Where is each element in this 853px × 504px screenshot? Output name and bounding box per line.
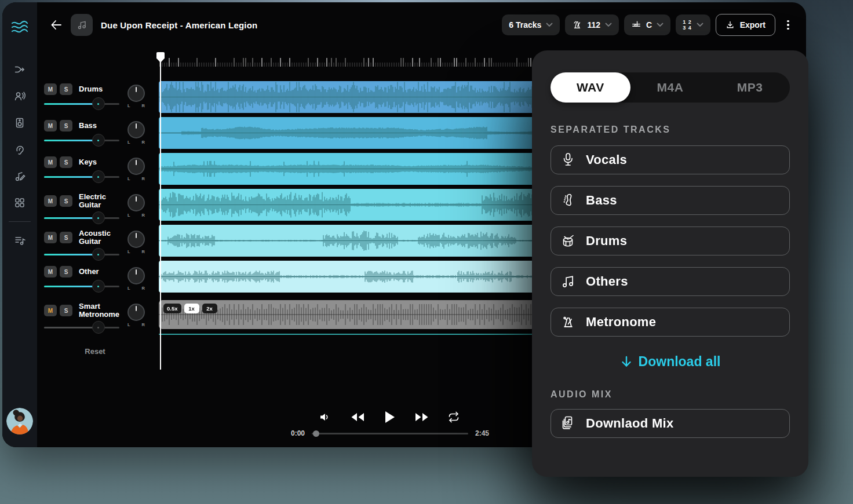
export-panel: WAV M4A MP3 SEPARATED TRACKS Vocals Bass bbox=[532, 50, 808, 477]
download-icon bbox=[726, 20, 735, 30]
total-duration: 2:45 bbox=[475, 429, 489, 437]
mixer-row-keys: M S Keys LR bbox=[44, 156, 146, 193]
solo-button[interactable]: S bbox=[60, 266, 72, 277]
voice-icon[interactable] bbox=[10, 87, 29, 105]
mixer-row-smart-metronome: M S Smart Metronome LR bbox=[44, 302, 146, 339]
solo-button[interactable]: S bbox=[60, 156, 72, 168]
format-tab-wav[interactable]: WAV bbox=[551, 72, 630, 103]
apps-grid-icon[interactable] bbox=[10, 193, 29, 212]
chevron-down-icon bbox=[546, 23, 553, 27]
mixer-row-electric-guitar: M S Electric Guitar LR bbox=[44, 193, 146, 229]
track-name: Keys bbox=[79, 158, 97, 166]
mute-button[interactable]: M bbox=[44, 156, 57, 168]
key-dropdown[interactable]: C bbox=[624, 14, 670, 35]
volume-slider[interactable] bbox=[44, 321, 119, 334]
mute-button[interactable]: M bbox=[44, 305, 57, 316]
format-segmented-control: WAV M4A MP3 bbox=[551, 72, 790, 103]
drum-icon bbox=[559, 233, 577, 249]
pan-knob[interactable]: LR bbox=[126, 231, 146, 254]
microphone-icon bbox=[559, 152, 577, 167]
loop-icon[interactable] bbox=[444, 408, 464, 426]
song-artwork-icon bbox=[71, 14, 93, 36]
track-name: Bass bbox=[79, 122, 97, 130]
split-icon[interactable] bbox=[10, 60, 29, 79]
mute-button[interactable]: M bbox=[44, 120, 57, 132]
download-arrow-icon bbox=[620, 355, 633, 369]
mute-button[interactable]: M bbox=[44, 195, 57, 207]
stem-drums-button[interactable]: Drums bbox=[551, 227, 790, 255]
volume-slider[interactable] bbox=[44, 134, 119, 147]
progress-bar[interactable] bbox=[312, 429, 468, 437]
rewind-button[interactable] bbox=[348, 408, 367, 426]
fast-forward-button[interactable] bbox=[412, 408, 432, 426]
mute-button[interactable]: M bbox=[44, 83, 57, 95]
chevron-down-icon bbox=[657, 23, 664, 27]
stem-metronome-button[interactable]: Metronome bbox=[551, 308, 790, 337]
solo-button[interactable]: S bbox=[60, 83, 72, 95]
track-name: Smart Metronome bbox=[79, 302, 126, 319]
solo-button[interactable]: S bbox=[60, 195, 72, 207]
setlist-icon[interactable] bbox=[10, 231, 29, 250]
timesig-value: 1 23 4 bbox=[683, 19, 692, 31]
volume-slider[interactable] bbox=[44, 280, 119, 293]
track-name: Electric Guitar bbox=[79, 193, 126, 209]
ear-icon[interactable] bbox=[10, 140, 29, 159]
back-button[interactable] bbox=[48, 16, 65, 34]
metronome-icon bbox=[572, 20, 582, 30]
volume-slider[interactable] bbox=[44, 170, 119, 183]
mixer-panel: M S Drums LR M S Bass LR M S Keys bbox=[44, 83, 146, 339]
stem-vocals-button[interactable]: Vocals bbox=[551, 145, 790, 174]
volume-slider[interactable] bbox=[44, 211, 119, 224]
solo-button[interactable]: S bbox=[60, 232, 72, 243]
volume-icon[interactable] bbox=[315, 408, 335, 426]
stem-others-button[interactable]: Others bbox=[551, 267, 790, 296]
volume-slider[interactable] bbox=[44, 248, 119, 261]
track-name: Other bbox=[79, 268, 99, 276]
pan-knob[interactable]: LR bbox=[126, 158, 146, 181]
format-tab-m4a[interactable]: M4A bbox=[630, 72, 710, 103]
transport-controls bbox=[315, 408, 464, 426]
format-tab-mp3[interactable]: MP3 bbox=[710, 72, 790, 103]
stem-bass-button[interactable]: Bass bbox=[551, 186, 790, 215]
speed-2x-button[interactable]: 2x bbox=[202, 304, 217, 313]
pan-knob[interactable]: LR bbox=[126, 121, 146, 145]
chevron-down-icon bbox=[605, 23, 612, 27]
metronome-icon bbox=[559, 315, 577, 330]
reset-button[interactable]: Reset bbox=[44, 347, 146, 356]
stems-list: Vocals Bass Drums bbox=[551, 145, 790, 337]
speed-1x-button[interactable]: 1x bbox=[184, 304, 199, 313]
mute-button[interactable]: M bbox=[44, 232, 57, 243]
pan-knob[interactable]: LR bbox=[126, 267, 146, 291]
solo-button[interactable]: S bbox=[60, 305, 72, 316]
mix-files-icon bbox=[559, 415, 577, 432]
pan-knob[interactable]: LR bbox=[126, 304, 146, 327]
bpm-dropdown[interactable]: 112 bbox=[565, 14, 619, 35]
timesig-dropdown[interactable]: 1 23 4 bbox=[676, 14, 710, 35]
music-notes-icon bbox=[559, 274, 577, 289]
chevron-down-icon bbox=[697, 23, 703, 27]
speed-0-5x-button[interactable]: 0.5x bbox=[163, 304, 181, 313]
mixer-row-acoustic-guitar: M S Acoustic Guitar LR bbox=[44, 229, 146, 266]
progress-row: 0:00 2:45 bbox=[291, 429, 489, 437]
mixer-row-bass: M S Bass LR bbox=[44, 120, 146, 156]
download-all-link[interactable]: Download all bbox=[551, 354, 790, 370]
play-button[interactable] bbox=[380, 408, 399, 426]
download-mix-button[interactable]: Downlaod Mix bbox=[551, 409, 790, 438]
tracks-dropdown[interactable]: 6 Tracks bbox=[502, 14, 560, 35]
track-name: Drums bbox=[79, 85, 103, 93]
user-avatar[interactable] bbox=[6, 408, 33, 434]
more-options-icon[interactable] bbox=[781, 14, 796, 35]
mixer-row-other: M S Other LR bbox=[44, 266, 146, 302]
volume-slider[interactable] bbox=[44, 97, 119, 110]
mute-button[interactable]: M bbox=[44, 266, 57, 277]
amp-icon[interactable] bbox=[10, 114, 29, 132]
audio-mix-header: AUDIO MIX bbox=[551, 389, 790, 400]
pan-knob[interactable]: LR bbox=[126, 85, 146, 108]
pan-knob[interactable]: LR bbox=[126, 194, 146, 218]
export-button[interactable]: Export bbox=[716, 14, 775, 36]
chords-edit-icon[interactable] bbox=[10, 167, 29, 185]
song-title: Due Upon Receipt - American Legion bbox=[101, 20, 257, 30]
solo-button[interactable]: S bbox=[60, 120, 72, 132]
separated-tracks-header: SEPARATED TRACKS bbox=[551, 125, 790, 135]
app-logo-icon[interactable] bbox=[11, 20, 28, 35]
